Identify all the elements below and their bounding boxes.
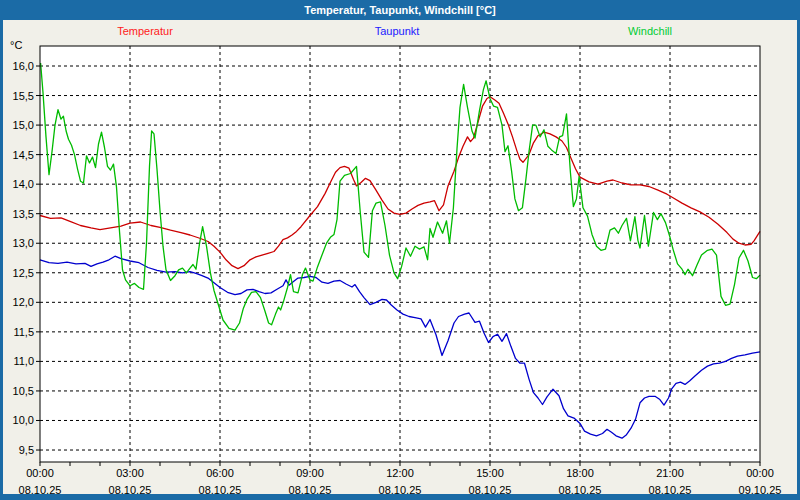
y-tick-label: 14,5 [13, 149, 34, 161]
title-bar: Temperatur, Taupunkt, Windchill [°C] [0, 0, 800, 20]
y-tick-label: 10,5 [13, 385, 34, 397]
x-tick-time-label: 00:00 [26, 467, 54, 479]
x-tick-time-label: 06:00 [206, 467, 234, 479]
chart-area: Temperatur Taupunkt Windchill °C 16,015,… [3, 20, 797, 494]
y-tick-label: 13,5 [13, 208, 34, 220]
x-tick-date-label: 08.10.25 [649, 484, 692, 494]
x-tick-date-label: 08.10.25 [379, 484, 422, 494]
x-tick-time-label: 09:00 [296, 467, 324, 479]
x-tick-time-label: 15:00 [476, 467, 504, 479]
x-tick-time-label: 12:00 [386, 467, 414, 479]
y-tick-label: 10,0 [13, 414, 34, 426]
x-tick-date-label: 08.10.25 [199, 484, 242, 494]
x-tick-time-label: 03:00 [116, 467, 144, 479]
x-tick-date-label: 08.10.25 [289, 484, 332, 494]
x-tick-date-label: 08.10.25 [109, 484, 152, 494]
y-tick-label: 16,0 [13, 60, 34, 72]
y-tick-label: 15,0 [13, 119, 34, 131]
x-tick-date-label: 08.10.25 [19, 484, 62, 494]
x-tick-date-label: 09.10.25 [739, 484, 782, 494]
x-tick-time-label: 18:00 [566, 467, 594, 479]
y-tick-label: 12,0 [13, 296, 34, 308]
window-title: Temperatur, Taupunkt, Windchill [°C] [304, 4, 496, 16]
y-tick-label: 13,0 [13, 237, 34, 249]
y-tick-label: 9,5 [19, 444, 34, 456]
plot-svg: 16,015,515,014,514,013,513,012,512,011,5… [3, 20, 797, 494]
chart-window: Temperatur, Taupunkt, Windchill [°C] Tem… [0, 0, 800, 500]
x-tick-date-label: 08.10.25 [559, 484, 602, 494]
y-tick-label: 12,5 [13, 267, 34, 279]
x-tick-time-label: 00:00 [746, 467, 774, 479]
y-tick-label: 14,0 [13, 178, 34, 190]
y-tick-label: 15,5 [13, 90, 34, 102]
y-tick-label: 11,5 [13, 326, 34, 338]
x-tick-time-label: 21:00 [656, 467, 684, 479]
y-tick-label: 11,0 [13, 355, 34, 367]
x-tick-date-label: 08.10.25 [469, 484, 512, 494]
